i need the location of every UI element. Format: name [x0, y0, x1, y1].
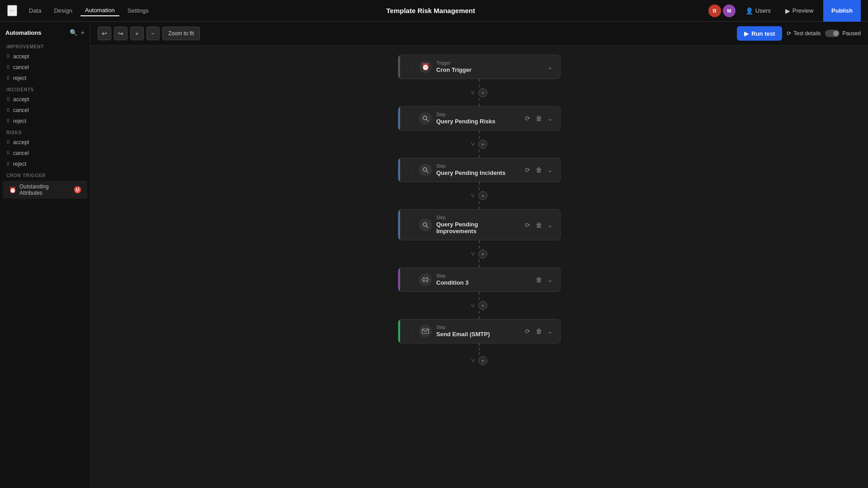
node-info: Step Query Pending Improvements	[436, 215, 519, 235]
publish-button[interactable]: Publish	[823, 0, 861, 22]
sidebar-item-risks-cancel[interactable]: ⠿ cancel	[0, 148, 90, 159]
toggle-switch[interactable]	[825, 30, 840, 37]
connector-4: ⑂ +	[471, 240, 487, 267]
node-expand-button[interactable]: ⌄	[547, 327, 554, 336]
zoom-in-button[interactable]: +	[130, 27, 144, 40]
node-refresh-button[interactable]: ⟳	[524, 114, 531, 123]
nav-right: R M 👤 Users ▶ Preview Publish	[708, 0, 861, 22]
search-icon	[419, 164, 432, 176]
add-node-button[interactable]: +	[478, 88, 487, 97]
nav-design[interactable]: Design	[49, 5, 76, 16]
node-info: Trigger Cron Trigger	[436, 61, 542, 73]
preview-icon: ▶	[785, 7, 790, 14]
node-header: ⋮⋮ Step Query Pending Improvements ⟳ 🗑 ⌄	[398, 210, 560, 240]
back-button[interactable]: ←	[7, 5, 17, 16]
node-header: ⋮⋮ ⏰ Trigger Cron Trigger ⌄	[398, 55, 560, 79]
condition-icon	[419, 273, 432, 286]
node-delete-button[interactable]: 🗑	[535, 114, 543, 123]
node-delete-button[interactable]: 🗑	[535, 165, 543, 174]
drag-handle: ⋮⋮	[405, 116, 414, 121]
add-node-button[interactable]: +	[478, 140, 487, 149]
add-node-button[interactable]: +	[478, 191, 487, 200]
redo-button[interactable]: ↪	[114, 27, 127, 40]
add-node-button[interactable]: +	[478, 301, 487, 310]
sidebar-item-incidents-reject[interactable]: ⠿ reject	[0, 116, 90, 127]
sidebar-item-risks-accept[interactable]: ⠿ accept	[0, 137, 90, 148]
preview-button[interactable]: ▶ Preview	[781, 5, 818, 16]
page-title: Template Risk Management	[157, 7, 705, 14]
flow-canvas-area: ↩ ↪ + − Zoom to fit ▶ Run test ⟳ Test de…	[90, 22, 868, 488]
grid-icon: ⠿	[6, 65, 10, 70]
undo-button[interactable]: ↩	[98, 27, 111, 40]
node-delete-button[interactable]: 🗑	[535, 327, 543, 336]
grid-icon: ⠿	[6, 150, 10, 156]
nav-data[interactable]: Data	[24, 5, 46, 16]
section-risks-label: RISKS	[0, 127, 90, 137]
node-refresh-button[interactable]: ⟳	[524, 165, 531, 174]
node-expand-button[interactable]: ⌄	[547, 62, 554, 71]
fork-icon[interactable]: ⑂	[471, 192, 475, 199]
fork-icon[interactable]: ⑂	[471, 141, 475, 148]
run-test-button[interactable]: ▶ Run test	[737, 26, 782, 41]
add-node-button[interactable]: +	[478, 249, 487, 258]
step-condition-3: ⋮⋮ Step Condition 3 🗑 ⌄	[398, 267, 561, 292]
nav-settings[interactable]: Settings	[123, 5, 153, 16]
fork-icon[interactable]: ⑂	[471, 357, 475, 364]
grid-icon: ⠿	[6, 161, 10, 167]
sidebar-search-button[interactable]: 🔍	[70, 29, 77, 36]
node-delete-button[interactable]: 🗑	[535, 221, 543, 230]
node-expand-button[interactable]: ⌄	[547, 275, 554, 284]
nav-automation[interactable]: Automation	[80, 5, 119, 16]
connector-line	[479, 131, 480, 139]
node-refresh-button[interactable]: ⟳	[524, 327, 531, 336]
fork-icon[interactable]: ⑂	[471, 250, 475, 258]
node-label: Step	[436, 215, 519, 220]
sidebar-item-risks-reject[interactable]: ⠿ reject	[0, 159, 90, 169]
step-send-email-smtp: ⋮⋮ Step Send Email (SMTP) ⟳ 🗑 ⌄	[398, 319, 561, 343]
sidebar-item-incidents-cancel[interactable]: ⠿ cancel	[0, 105, 90, 116]
connector-line	[479, 343, 480, 355]
zoom-fit-button[interactable]: Zoom to fit	[162, 27, 200, 40]
node-refresh-button[interactable]: ⟳	[524, 221, 531, 230]
node-delete-button[interactable]: 🗑	[535, 275, 543, 284]
connector-line	[479, 240, 480, 249]
section-cron-label: CRON TRIGGER	[0, 169, 90, 180]
drag-handle: ⋮⋮	[405, 65, 414, 70]
grid-icon: ⠿	[6, 140, 10, 145]
add-node-button[interactable]: +	[478, 356, 487, 365]
sidebar-item-outstanding-attributes[interactable]: ⏰ Outstanding Attributes M	[3, 181, 87, 199]
avatar-r: R	[708, 5, 721, 17]
node-actions: ⟳ 🗑 ⌄	[524, 165, 554, 174]
connector-line-2	[479, 259, 480, 267]
node-title: Send Email (SMTP)	[436, 331, 519, 338]
sidebar-add-button[interactable]: +	[81, 29, 85, 36]
paused-toggle[interactable]: Paused	[825, 30, 861, 37]
fork-icon[interactable]: ⑂	[471, 302, 475, 309]
sidebar-item-improvement-reject[interactable]: ⠿ reject	[0, 73, 90, 84]
grid-icon: ⠿	[6, 97, 10, 103]
node-title: Query Pending Risks	[436, 118, 519, 125]
node-expand-button[interactable]: ⌄	[547, 165, 554, 174]
play-icon: ▶	[744, 30, 749, 37]
connector-actions: ⑂ +	[471, 300, 487, 311]
users-button[interactable]: 👤 Users	[741, 5, 775, 16]
zoom-out-button[interactable]: −	[146, 27, 160, 40]
sidebar-item-improvement-cancel[interactable]: ⠿ cancel	[0, 62, 90, 73]
node-info: Step Query Pending Risks	[436, 112, 519, 125]
node-accent	[398, 319, 400, 343]
sidebar-item-incidents-accept[interactable]: ⠿ accept	[0, 94, 90, 105]
connector-line-2	[479, 311, 480, 319]
sidebar-item-improvement-accept[interactable]: ⠿ accept	[0, 51, 90, 62]
node-label: Step	[436, 325, 519, 330]
fork-icon[interactable]: ⑂	[471, 89, 475, 96]
node-expand-button[interactable]: ⌄	[547, 221, 554, 230]
grid-icon: ⠿	[6, 108, 10, 113]
connector-actions: ⑂ +	[471, 355, 487, 366]
users-icon: 👤	[745, 7, 753, 14]
connector-1: ⑂ +	[471, 79, 487, 106]
node-expand-button[interactable]: ⌄	[547, 114, 554, 123]
node-label: Trigger	[436, 61, 542, 66]
top-nav: ← Data Design Automation Settings Templa…	[0, 0, 868, 22]
grid-icon: ⠿	[6, 54, 10, 60]
test-details-button[interactable]: ⟳ Test details	[787, 30, 821, 37]
